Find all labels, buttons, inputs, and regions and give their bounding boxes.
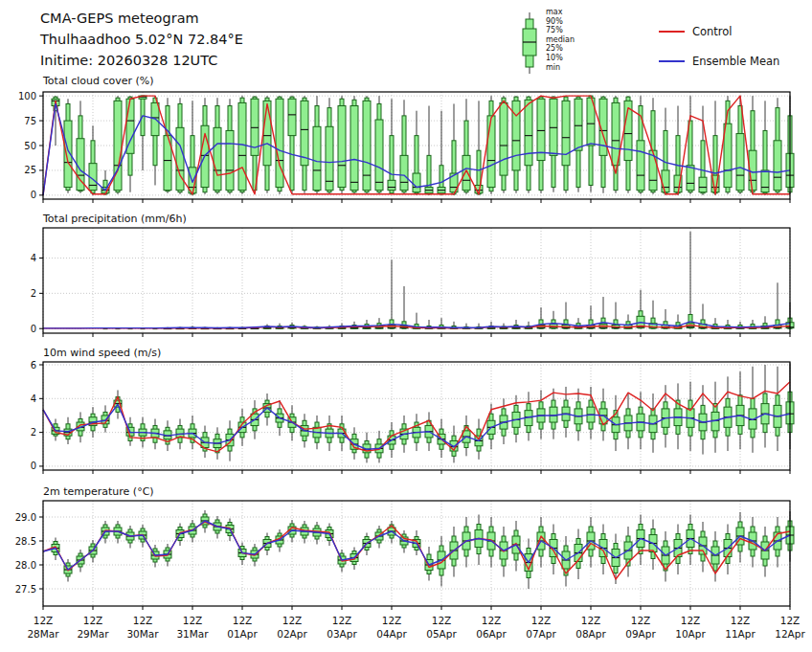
svg-text:12Z: 12Z xyxy=(233,615,253,626)
legend-label-max: max xyxy=(546,8,575,17)
svg-text:04Apr: 04Apr xyxy=(376,628,407,640)
boxplot-legend-labels: max 90% 75% median 25% 10% min xyxy=(546,8,575,72)
svg-text:2: 2 xyxy=(31,427,36,438)
svg-text:50: 50 xyxy=(24,141,36,151)
svg-text:09Apr: 09Apr xyxy=(625,628,656,640)
svg-text:12Z: 12Z xyxy=(531,615,552,626)
legend-label-min: min xyxy=(546,63,575,73)
meteogram-chart: 0255075100024024627.528.028.529.012Z28Ma… xyxy=(0,0,812,652)
svg-text:31Mar: 31Mar xyxy=(176,628,209,640)
svg-text:28.5: 28.5 xyxy=(15,536,36,547)
svg-text:30Mar: 30Mar xyxy=(126,628,159,640)
svg-text:4: 4 xyxy=(31,393,36,404)
svg-text:100: 100 xyxy=(18,91,36,101)
svg-text:12Z: 12Z xyxy=(432,615,452,626)
svg-text:12Z: 12Z xyxy=(631,615,651,626)
svg-text:12Z: 12Z xyxy=(282,615,303,626)
svg-text:29Mar: 29Mar xyxy=(77,628,109,640)
init-time: Initime: 20260328 12UTC xyxy=(40,50,243,71)
header: CMA-GEPS meteogram Thulhaadhoo 5.02°N 72… xyxy=(40,8,243,71)
svg-text:75: 75 xyxy=(24,116,36,126)
svg-text:0: 0 xyxy=(31,461,36,471)
legend-label-p75: 75% xyxy=(546,26,575,35)
svg-text:12Z: 12Z xyxy=(133,615,153,626)
svg-text:4: 4 xyxy=(31,253,36,263)
svg-text:12Z: 12Z xyxy=(34,615,54,626)
panel-title-precipitation: Total precipitation (mm/6h) xyxy=(43,213,187,225)
svg-text:28Mar: 28Mar xyxy=(27,628,59,640)
location-coordinates: Thulhaadhoo 5.02°N 72.84°E xyxy=(40,29,243,50)
svg-text:27.5: 27.5 xyxy=(15,584,36,595)
svg-text:12Z: 12Z xyxy=(482,615,502,626)
svg-text:07Apr: 07Apr xyxy=(526,628,556,640)
svg-text:12Z: 12Z xyxy=(681,615,701,626)
svg-text:28.0: 28.0 xyxy=(15,560,36,571)
svg-text:12Z: 12Z xyxy=(382,615,402,626)
meteogram-page: 0255075100024024627.528.028.529.012Z28Ma… xyxy=(0,0,812,652)
svg-text:29.0: 29.0 xyxy=(15,512,36,523)
legend-label-p10: 10% xyxy=(546,54,575,63)
svg-text:11Apr: 11Apr xyxy=(725,628,756,640)
svg-text:01Apr: 01Apr xyxy=(227,628,258,640)
panel-title-cloud-cover: Total cloud cover (%) xyxy=(43,75,154,87)
legend-label-p25: 25% xyxy=(546,44,575,54)
svg-text:12Z: 12Z xyxy=(83,615,103,626)
svg-text:2: 2 xyxy=(31,288,36,299)
svg-text:05Apr: 05Apr xyxy=(426,628,457,640)
svg-text:12Z: 12Z xyxy=(332,615,352,626)
svg-text:25: 25 xyxy=(24,165,36,175)
svg-text:06Apr: 06Apr xyxy=(476,628,507,640)
legend-label-median: median xyxy=(546,35,575,45)
svg-text:0: 0 xyxy=(31,190,36,200)
panel-title-temperature: 2m temperature (°C) xyxy=(43,485,154,498)
svg-text:12Z: 12Z xyxy=(731,615,751,626)
svg-text:12Apr: 12Apr xyxy=(775,628,805,640)
svg-text:02Apr: 02Apr xyxy=(277,628,307,640)
svg-text:12Z: 12Z xyxy=(183,615,203,626)
svg-text:10Apr: 10Apr xyxy=(675,628,706,640)
svg-text:03Apr: 03Apr xyxy=(327,628,357,640)
svg-text:6: 6 xyxy=(31,360,36,371)
legend-label-p90: 90% xyxy=(546,17,575,27)
panel-title-wind-speed: 10m wind speed (m/s) xyxy=(43,347,161,359)
svg-text:12Z: 12Z xyxy=(581,615,601,626)
page-title: CMA-GEPS meteogram xyxy=(40,8,243,29)
svg-text:0: 0 xyxy=(31,324,36,334)
svg-text:08Apr: 08Apr xyxy=(575,628,606,640)
svg-text:12Z: 12Z xyxy=(780,615,801,626)
